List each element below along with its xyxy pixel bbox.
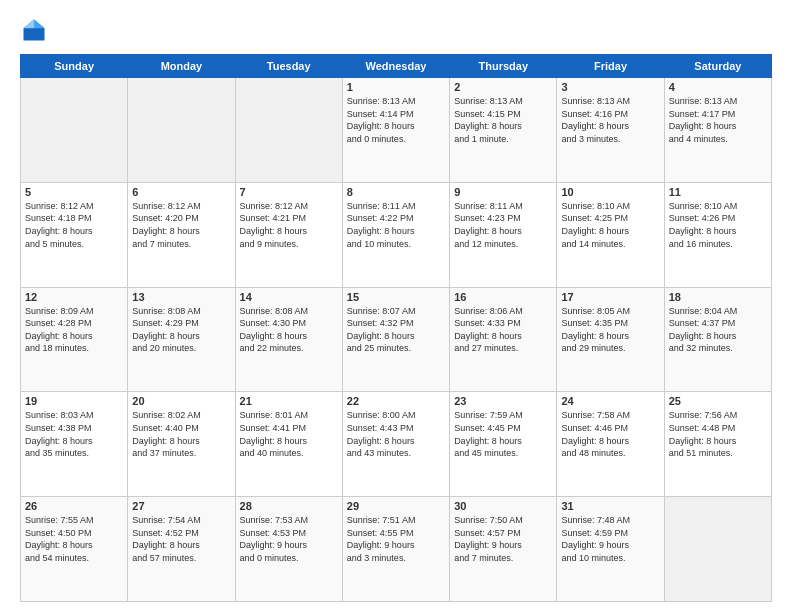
calendar-cell: 20Sunrise: 8:02 AM Sunset: 4:40 PM Dayli… [128,392,235,497]
calendar-cell: 5Sunrise: 8:12 AM Sunset: 4:18 PM Daylig… [21,182,128,287]
day-number: 14 [240,291,338,303]
day-info: Sunrise: 8:08 AM Sunset: 4:29 PM Dayligh… [132,305,230,355]
day-info: Sunrise: 8:13 AM Sunset: 4:15 PM Dayligh… [454,95,552,145]
day-of-week-header: Sunday [21,55,128,78]
calendar-cell: 4Sunrise: 8:13 AM Sunset: 4:17 PM Daylig… [664,78,771,183]
day-info: Sunrise: 8:13 AM Sunset: 4:14 PM Dayligh… [347,95,445,145]
day-number: 30 [454,500,552,512]
day-number: 17 [561,291,659,303]
day-info: Sunrise: 7:50 AM Sunset: 4:57 PM Dayligh… [454,514,552,564]
day-info: Sunrise: 8:02 AM Sunset: 4:40 PM Dayligh… [132,409,230,459]
day-info: Sunrise: 8:12 AM Sunset: 4:21 PM Dayligh… [240,200,338,250]
calendar-week-row: 5Sunrise: 8:12 AM Sunset: 4:18 PM Daylig… [21,182,772,287]
day-number: 25 [669,395,767,407]
calendar-cell: 29Sunrise: 7:51 AM Sunset: 4:55 PM Dayli… [342,497,449,602]
calendar-cell: 28Sunrise: 7:53 AM Sunset: 4:53 PM Dayli… [235,497,342,602]
svg-marker-1 [34,20,45,29]
calendar-cell: 8Sunrise: 8:11 AM Sunset: 4:22 PM Daylig… [342,182,449,287]
day-number: 15 [347,291,445,303]
calendar-cell: 11Sunrise: 8:10 AM Sunset: 4:26 PM Dayli… [664,182,771,287]
day-info: Sunrise: 7:55 AM Sunset: 4:50 PM Dayligh… [25,514,123,564]
calendar-cell [128,78,235,183]
calendar-cell: 18Sunrise: 8:04 AM Sunset: 4:37 PM Dayli… [664,287,771,392]
day-info: Sunrise: 8:01 AM Sunset: 4:41 PM Dayligh… [240,409,338,459]
day-of-week-header: Wednesday [342,55,449,78]
logo-icon [20,16,48,44]
day-info: Sunrise: 7:58 AM Sunset: 4:46 PM Dayligh… [561,409,659,459]
calendar-cell: 21Sunrise: 8:01 AM Sunset: 4:41 PM Dayli… [235,392,342,497]
day-number: 8 [347,186,445,198]
calendar-cell: 10Sunrise: 8:10 AM Sunset: 4:25 PM Dayli… [557,182,664,287]
day-number: 28 [240,500,338,512]
day-number: 29 [347,500,445,512]
calendar-header-row: SundayMondayTuesdayWednesdayThursdayFrid… [21,55,772,78]
day-number: 21 [240,395,338,407]
day-of-week-header: Friday [557,55,664,78]
calendar-cell: 12Sunrise: 8:09 AM Sunset: 4:28 PM Dayli… [21,287,128,392]
calendar-cell: 16Sunrise: 8:06 AM Sunset: 4:33 PM Dayli… [450,287,557,392]
day-number: 16 [454,291,552,303]
day-info: Sunrise: 8:11 AM Sunset: 4:23 PM Dayligh… [454,200,552,250]
day-info: Sunrise: 8:03 AM Sunset: 4:38 PM Dayligh… [25,409,123,459]
day-number: 2 [454,81,552,93]
day-number: 7 [240,186,338,198]
day-info: Sunrise: 8:13 AM Sunset: 4:17 PM Dayligh… [669,95,767,145]
day-info: Sunrise: 7:56 AM Sunset: 4:48 PM Dayligh… [669,409,767,459]
day-info: Sunrise: 7:53 AM Sunset: 4:53 PM Dayligh… [240,514,338,564]
day-number: 6 [132,186,230,198]
calendar-week-row: 12Sunrise: 8:09 AM Sunset: 4:28 PM Dayli… [21,287,772,392]
calendar-cell: 13Sunrise: 8:08 AM Sunset: 4:29 PM Dayli… [128,287,235,392]
day-info: Sunrise: 8:05 AM Sunset: 4:35 PM Dayligh… [561,305,659,355]
day-number: 23 [454,395,552,407]
day-of-week-header: Saturday [664,55,771,78]
day-info: Sunrise: 8:06 AM Sunset: 4:33 PM Dayligh… [454,305,552,355]
calendar: SundayMondayTuesdayWednesdayThursdayFrid… [20,54,772,602]
calendar-cell [21,78,128,183]
day-info: Sunrise: 7:48 AM Sunset: 4:59 PM Dayligh… [561,514,659,564]
page: SundayMondayTuesdayWednesdayThursdayFrid… [0,0,792,612]
day-info: Sunrise: 8:12 AM Sunset: 4:20 PM Dayligh… [132,200,230,250]
day-info: Sunrise: 8:04 AM Sunset: 4:37 PM Dayligh… [669,305,767,355]
day-number: 18 [669,291,767,303]
calendar-cell: 9Sunrise: 8:11 AM Sunset: 4:23 PM Daylig… [450,182,557,287]
day-number: 9 [454,186,552,198]
day-info: Sunrise: 7:51 AM Sunset: 4:55 PM Dayligh… [347,514,445,564]
day-of-week-header: Tuesday [235,55,342,78]
day-number: 3 [561,81,659,93]
calendar-week-row: 1Sunrise: 8:13 AM Sunset: 4:14 PM Daylig… [21,78,772,183]
calendar-cell: 2Sunrise: 8:13 AM Sunset: 4:15 PM Daylig… [450,78,557,183]
calendar-cell [235,78,342,183]
day-info: Sunrise: 8:10 AM Sunset: 4:25 PM Dayligh… [561,200,659,250]
calendar-cell: 19Sunrise: 8:03 AM Sunset: 4:38 PM Dayli… [21,392,128,497]
day-number: 26 [25,500,123,512]
day-info: Sunrise: 8:12 AM Sunset: 4:18 PM Dayligh… [25,200,123,250]
day-number: 10 [561,186,659,198]
calendar-cell: 7Sunrise: 8:12 AM Sunset: 4:21 PM Daylig… [235,182,342,287]
day-number: 19 [25,395,123,407]
day-number: 12 [25,291,123,303]
calendar-cell: 1Sunrise: 8:13 AM Sunset: 4:14 PM Daylig… [342,78,449,183]
calendar-week-row: 19Sunrise: 8:03 AM Sunset: 4:38 PM Dayli… [21,392,772,497]
day-number: 20 [132,395,230,407]
calendar-cell: 26Sunrise: 7:55 AM Sunset: 4:50 PM Dayli… [21,497,128,602]
day-info: Sunrise: 8:09 AM Sunset: 4:28 PM Dayligh… [25,305,123,355]
calendar-cell: 25Sunrise: 7:56 AM Sunset: 4:48 PM Dayli… [664,392,771,497]
day-number: 13 [132,291,230,303]
calendar-cell: 17Sunrise: 8:05 AM Sunset: 4:35 PM Dayli… [557,287,664,392]
day-number: 1 [347,81,445,93]
calendar-week-row: 26Sunrise: 7:55 AM Sunset: 4:50 PM Dayli… [21,497,772,602]
calendar-cell: 27Sunrise: 7:54 AM Sunset: 4:52 PM Dayli… [128,497,235,602]
day-number: 11 [669,186,767,198]
day-number: 27 [132,500,230,512]
day-info: Sunrise: 8:13 AM Sunset: 4:16 PM Dayligh… [561,95,659,145]
day-number: 5 [25,186,123,198]
day-info: Sunrise: 8:11 AM Sunset: 4:22 PM Dayligh… [347,200,445,250]
day-number: 24 [561,395,659,407]
day-number: 4 [669,81,767,93]
calendar-cell: 23Sunrise: 7:59 AM Sunset: 4:45 PM Dayli… [450,392,557,497]
logo [20,16,52,44]
svg-marker-2 [24,20,35,29]
day-of-week-header: Thursday [450,55,557,78]
calendar-cell: 24Sunrise: 7:58 AM Sunset: 4:46 PM Dayli… [557,392,664,497]
day-info: Sunrise: 8:08 AM Sunset: 4:30 PM Dayligh… [240,305,338,355]
